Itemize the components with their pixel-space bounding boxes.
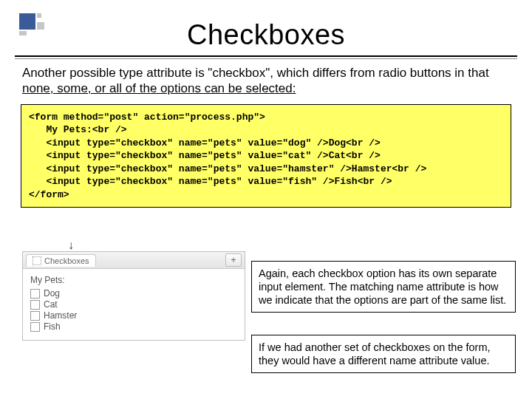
slide-title: Checkboxes xyxy=(0,19,532,51)
checkbox-label: Dog xyxy=(44,288,60,299)
list-item: Dog xyxy=(30,288,237,299)
checkbox-icon[interactable] xyxy=(30,322,40,332)
intro-text: Another possible type attribute is "chec… xyxy=(22,65,510,97)
slide-accent-dot xyxy=(19,31,27,35)
callout-box: Again, each checkbox option has its own … xyxy=(251,261,516,313)
checkbox-label: Fish xyxy=(44,321,61,332)
code-example: <form method="post" action="process.php"… xyxy=(21,104,511,208)
list-item: Hamster xyxy=(30,310,237,321)
slide-accent-block xyxy=(19,13,35,30)
intro-underlined: none, some, or all of the options can be… xyxy=(22,81,296,95)
slide-accent-dot xyxy=(37,22,44,30)
divider xyxy=(15,58,517,59)
checkbox-icon[interactable] xyxy=(30,289,40,299)
slide-accent-dot xyxy=(37,13,41,18)
checkbox-label: Hamster xyxy=(44,310,77,321)
page-icon xyxy=(33,256,41,265)
browser-tabbar: Checkboxes + xyxy=(23,252,245,269)
tab-label: Checkboxes xyxy=(44,256,89,265)
new-tab-button[interactable]: + xyxy=(225,253,242,267)
list-item: Fish xyxy=(30,321,237,332)
callout-box: If we had another set of checkboxes on t… xyxy=(251,335,516,373)
form-heading: My Pets: xyxy=(30,275,237,285)
browser-tab[interactable]: Checkboxes xyxy=(26,254,96,267)
browser-body: My Pets: Dog Cat Hamster Fish xyxy=(23,269,245,340)
list-item: Cat xyxy=(30,299,237,310)
checkbox-label: Cat xyxy=(44,299,58,310)
checkbox-icon[interactable] xyxy=(30,300,40,310)
intro-plain: Another possible type attribute is "chec… xyxy=(22,66,489,80)
arrow-icon: ↓ xyxy=(68,239,74,252)
divider xyxy=(15,55,517,57)
checkbox-icon[interactable] xyxy=(30,311,40,321)
browser-mock: Checkboxes + My Pets: Dog Cat Hamster Fi… xyxy=(22,251,245,341)
